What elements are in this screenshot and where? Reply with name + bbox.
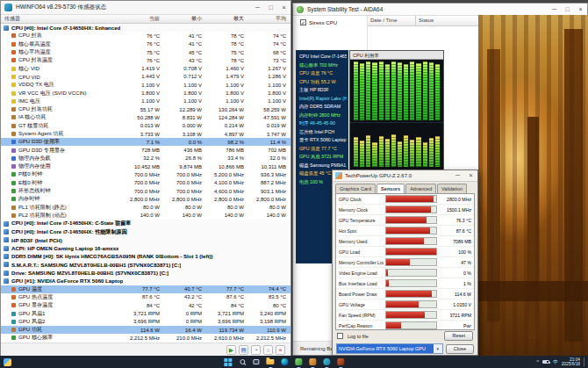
- minimize-button[interactable]: ─: [251, 2, 264, 14]
- sensor-row[interactable]: CPU 封装功耗55.17 W12.289 W130.264 W58.259 W: [1, 105, 290, 113]
- cpu-usage-panel[interactable]: CPU 利用率: [349, 50, 444, 173]
- sensor-row[interactable]: PL2 功耗限制 (动态)140.0 W140.0 W140.0 W140.0 …: [1, 212, 290, 220]
- game-window[interactable]: [478, 15, 588, 356]
- sensor-row[interactable]: GPU 风扇23,696 RPM0 RPM3,696 RPM3,198 RPM: [1, 318, 290, 326]
- gpuz-taskbar-button[interactable]: [307, 357, 317, 367]
- sensor-row[interactable]: IMC 电压1.100 V1.100 V1.100 V1.100 V: [1, 97, 290, 105]
- task-view-button[interactable]: [251, 357, 261, 367]
- sensor-group-header[interactable]: ACPI: HP OMEN Gaming Laptop 16-amxxx: [1, 244, 290, 252]
- sensor-row[interactable]: 核心平均温度75 °C45 °C75 °C68 °C: [1, 48, 290, 56]
- tab-sensors[interactable]: Sensors: [376, 184, 405, 193]
- sensor-row[interactable]: 核心最高温度76 °C41 °C78 °C74 °C: [1, 40, 290, 48]
- column-sensor[interactable]: 传感器: [1, 15, 122, 23]
- column-avg[interactable]: 平均: [248, 15, 290, 23]
- gpuz-sensor-row[interactable]: Bus Interface Load1 %: [336, 278, 474, 289]
- gpuz-sensor-row[interactable]: Memory Clock1500.1 MHz: [336, 205, 474, 215]
- column-max[interactable]: 最大: [206, 15, 248, 23]
- sensor-group-header[interactable]: S.M.A.R.T.: SAMSUNG MZVL8T0HELB-00BH1 (S…: [1, 261, 290, 269]
- logging-start-icon[interactable]: ▶: [226, 345, 236, 355]
- sensor-row[interactable]: VDDQ TX 电压1.100 V1.100 V1.100 V1.100 V: [1, 81, 290, 89]
- log-to-file-checkbox[interactable]: Log to file: [337, 333, 369, 339]
- column-min[interactable]: 最小: [164, 15, 206, 23]
- reset-clock-icon[interactable]: ◔: [251, 345, 261, 355]
- gpuz-sensor-row[interactable]: GPU Temperature76.3 °C: [336, 215, 474, 226]
- sensor-group-header[interactable]: CPU [#0]: Intel Core i7-14650HX: 性能限制原因: [1, 227, 290, 235]
- sensor-row[interactable]: GPU 功耗114.6 W16.4 W119.734 W110.9 W: [1, 326, 290, 334]
- widgets-button[interactable]: [4, 358, 11, 366]
- gpuz-sensor-row[interactable]: Fan Speed (RPM)3721 RPM: [336, 310, 474, 321]
- tab-validation[interactable]: Validation: [437, 184, 467, 193]
- log-column-datetime[interactable]: Date / Time: [368, 16, 416, 25]
- minimize-button[interactable]: ─: [451, 170, 464, 182]
- gpuz-sensor-row[interactable]: Hot Spot87.6 °C: [336, 226, 474, 236]
- explorer-button[interactable]: [265, 357, 275, 367]
- sensor-row[interactable]: 环形总线时钟700.0 MHz700.0 MHz4,600.0 MHz903.1…: [1, 187, 290, 195]
- minimize-button[interactable]: ─: [548, 4, 561, 16]
- gpuz-titlebar[interactable]: TechPowerUp GPU-Z 2.67.0 ─ ×: [333, 170, 477, 182]
- gpuz-sensor-row[interactable]: Memory Used7086 MB: [336, 236, 474, 247]
- sensor-group-header[interactable]: CPU [#0]: Intel Core i7-14650HX: Enhance…: [1, 24, 290, 32]
- gpuz-sensor-row[interactable]: GPU Load100 %: [336, 247, 474, 257]
- sensor-row[interactable]: GT 核显功耗0.013 W0.000 W0.214 W0.019 W: [1, 122, 290, 130]
- reset-button[interactable]: Reset: [444, 331, 473, 341]
- start-button[interactable]: [223, 357, 233, 367]
- tab-graphics-card[interactable]: Graphics Card: [335, 184, 376, 193]
- sensor-row[interactable]: 核心 VID1.419 V0.708 V1.460 V1.267 V: [1, 64, 290, 72]
- sensor-row[interactable]: 内存时钟2,800.0 MHz2,800.0 MHz2,800.0 MHz2,8…: [1, 195, 290, 203]
- sensor-row[interactable]: PL1 功耗限制 (静态)80.0 W80.0 W80.0 W80.0 W: [1, 204, 290, 212]
- sensor-row[interactable]: 物理内存使用10,452 MB9,874 MB10,866 MB10,311 M…: [1, 162, 290, 170]
- sensor-row[interactable]: E核0 时钟700.0 MHz700.0 MHz4,100.0 MHz887.2…: [1, 179, 290, 187]
- sensor-row[interactable]: CPU 封装76 °C41 °C78 °C74 °C: [1, 32, 290, 40]
- stress-cpu-checkbox[interactable]: ✓ Stress CPU: [300, 19, 367, 25]
- aida64-taskbar-button[interactable]: [293, 357, 303, 367]
- sensor-row[interactable]: GPU 风扇13,721 RPM0 RPM3,721 RPM3,240 RPM: [1, 309, 290, 317]
- close-button[interactable]: ×: [464, 170, 477, 182]
- sensor-row[interactable]: 物理内存负载32.2 %26.8 %33.4 %32.0 %: [1, 155, 290, 162]
- maximize-button[interactable]: □: [264, 2, 277, 14]
- gpu-select-dropdown[interactable]: NVIDIA GeForce RTX 5060 Laptop GPU ▾: [336, 343, 443, 354]
- sensor-group-header[interactable]: GPU [#1]: NVIDIA GeForce RTX 5060 Laptop: [1, 277, 290, 285]
- sensor-row[interactable]: System Agent 功耗3.733 W3.108 W4.897 W3.74…: [1, 130, 290, 138]
- game-taskbar-button[interactable]: [335, 357, 345, 367]
- sensor-row[interactable]: P核0 时钟700.0 MHz700.0 MHz5,200.0 MHz936.3…: [1, 170, 290, 178]
- sensor-row[interactable]: GPU D3D 使用率7.1 %0.0 %98.2 %11.4 %: [1, 138, 290, 146]
- sensor-row[interactable]: CPU 封装温度76 °C43 °C78 °C73 °C: [1, 56, 290, 64]
- close-button[interactable]: Close: [446, 344, 474, 354]
- close-icon[interactable]: ×: [276, 345, 285, 355]
- sensor-group-header[interactable]: Drive: SAMSUNG MZVL8T0HELB-00BH1 (S7VNX0…: [1, 269, 290, 277]
- sensor-row[interactable]: GPU 核心频率2,212.5 MHz210.0 MHz2,610.0 MHz2…: [1, 334, 290, 342]
- gpuz-sensor-row[interactable]: GPU Voltage1.0150 V: [336, 299, 474, 310]
- gpuz-sensor-row[interactable]: GPU Clock2800.0 MHz: [336, 194, 474, 205]
- gpuz-sensor-row[interactable]: PerfCap ReasonPwr: [336, 321, 474, 330]
- settings-gear-icon[interactable]: ☼: [263, 345, 273, 355]
- close-button[interactable]: ×: [277, 2, 290, 14]
- sensor-group-header[interactable]: HP 8D3F (Intel PCH): [1, 236, 290, 244]
- gpuz-sensor-row[interactable]: Video Engine Load0 %: [336, 268, 474, 278]
- search-button[interactable]: [237, 357, 247, 367]
- sensor-group-header[interactable]: DDR5 DIMM [#0]: SK Hynix HMCG76AGBSA095N…: [1, 252, 290, 260]
- hwinfo-titlebar[interactable]: HWiNFO64 v8.29-5730 传感器状态 ─ □ ×: [1, 1, 290, 15]
- gpuz-sensor-row[interactable]: Memory Controller Load47 %: [336, 257, 474, 268]
- ime-indicator[interactable]: 中: [553, 359, 558, 364]
- sensor-group-header[interactable]: CPU [#0]: Intel Core i7-14650HX: C-State…: [1, 220, 290, 227]
- hwinfo-taskbar-button[interactable]: [321, 357, 331, 367]
- sensor-row[interactable]: GPU 热点温度87.6 °C43.2 °C87.6 °C83.5 °C: [1, 293, 290, 301]
- close-button[interactable]: ×: [574, 4, 587, 16]
- sensor-row[interactable]: IA 核心功耗50.288 W8.831 W124.284 W47.591 W: [1, 113, 290, 121]
- sensor-row[interactable]: VR VCC 电压 (SVID VCCIN)1.800 V1.800 V1.80…: [1, 89, 290, 97]
- sensor-row[interactable]: GPU D3D 专用显存728 MB436 MB786 MB702 MB: [1, 146, 290, 154]
- sensor-row[interactable]: CPU VID1.443 V0.712 V1.479 V1.286 V: [1, 73, 290, 81]
- graph-icon[interactable]: ▤: [239, 345, 248, 355]
- aida64-titlebar[interactable]: System Stability Test - AIDA64 ─ □ ×: [293, 4, 587, 16]
- sensor-row[interactable]: GPU 温度77.7 °C40.7 °C77.7 °C74.4 °C: [1, 285, 290, 293]
- column-current[interactable]: 当前: [122, 15, 164, 23]
- edge-button[interactable]: [279, 357, 289, 367]
- tray-chevron[interactable]: ^: [537, 359, 540, 364]
- clock[interactable]: 21:04 2025/6/18: [562, 357, 580, 367]
- show-desktop-button[interactable]: [584, 357, 585, 366]
- battery-icon[interactable]: [542, 360, 549, 364]
- tab-advanced[interactable]: Advanced: [405, 184, 436, 193]
- sensor-row[interactable]: GPU 显存温度84 °C42 °C84 °C80 °C: [1, 301, 290, 309]
- gpuz-sensor-row[interactable]: Board Power Draw114.6 W: [336, 289, 474, 299]
- maximize-button[interactable]: □: [561, 4, 574, 16]
